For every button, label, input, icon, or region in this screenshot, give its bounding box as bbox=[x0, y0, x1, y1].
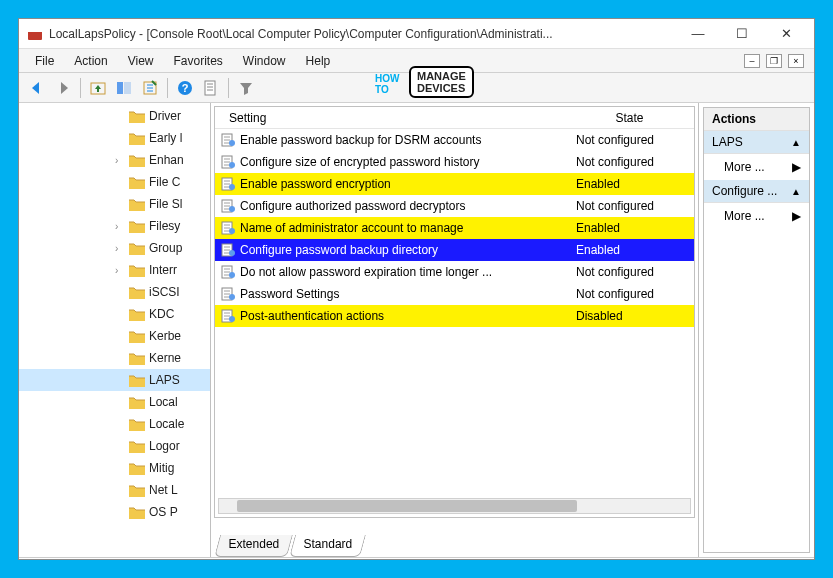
help-button[interactable]: ? bbox=[173, 76, 197, 100]
chevron-right-icon: ▶ bbox=[792, 160, 801, 174]
setting-row[interactable]: Do not allow password expiration time lo… bbox=[215, 261, 694, 283]
actions-more-2[interactable]: More ...▶ bbox=[704, 203, 809, 229]
filter-button[interactable] bbox=[234, 76, 258, 100]
tree-item-enhan[interactable]: ›Enhan bbox=[19, 149, 210, 171]
tree-item-osp[interactable]: OS P bbox=[19, 501, 210, 523]
chevron-right-icon[interactable]: › bbox=[115, 243, 125, 254]
menu-favorites[interactable]: Favorites bbox=[164, 51, 233, 71]
window-title: LocalLapsPolicy - [Console Root\Local Co… bbox=[49, 27, 553, 41]
tree-item-laps[interactable]: LAPS bbox=[19, 369, 210, 391]
setting-name: Configure password backup directory bbox=[240, 243, 438, 257]
chevron-right-icon[interactable]: › bbox=[115, 265, 125, 276]
tree-item-kerbe[interactable]: Kerbe bbox=[19, 325, 210, 347]
menu-help[interactable]: Help bbox=[296, 51, 341, 71]
horizontal-scrollbar[interactable] bbox=[218, 498, 691, 514]
actions-more-1[interactable]: More ...▶ bbox=[704, 154, 809, 180]
tree-item-filesl[interactable]: File Sl bbox=[19, 193, 210, 215]
setting-row[interactable]: Configure password backup directoryEnabl… bbox=[215, 239, 694, 261]
menu-window[interactable]: Window bbox=[233, 51, 296, 71]
tree-item-label: Interr bbox=[149, 263, 177, 277]
tree-item-mitig[interactable]: Mitig bbox=[19, 457, 210, 479]
tree-item-label: Filesy bbox=[149, 219, 180, 233]
scrollbar-thumb[interactable] bbox=[237, 500, 577, 512]
tree-item-label: File C bbox=[149, 175, 180, 189]
chevron-right-icon[interactable]: › bbox=[115, 221, 125, 232]
watermark-prefix: HOW TO bbox=[375, 73, 399, 95]
show-hide-button[interactable] bbox=[112, 76, 136, 100]
tree-item-kerne[interactable]: Kerne bbox=[19, 347, 210, 369]
setting-name: Configure size of encrypted password his… bbox=[240, 155, 479, 169]
tab-extended[interactable]: Extended bbox=[214, 535, 293, 557]
properties-button[interactable] bbox=[199, 76, 223, 100]
setting-row[interactable]: Configure size of encrypted password his… bbox=[215, 151, 694, 173]
tree-item-interr[interactable]: ›Interr bbox=[19, 259, 210, 281]
mdi-close-button[interactable]: × bbox=[788, 54, 804, 68]
actions-title: Actions bbox=[704, 108, 809, 131]
setting-state: Not configured bbox=[576, 265, 688, 279]
tree-item-iscsi[interactable]: iSCSI bbox=[19, 281, 210, 303]
setting-row[interactable]: Name of administrator account to manageE… bbox=[215, 217, 694, 239]
svg-point-16 bbox=[229, 206, 235, 212]
tree-item-label: Locale bbox=[149, 417, 184, 431]
setting-row[interactable]: Enable password encryptionEnabled bbox=[215, 173, 694, 195]
watermark-logo: MANAGE DEVICES bbox=[409, 66, 474, 98]
setting-row[interactable]: Post-authentication actionsDisabled bbox=[215, 305, 694, 327]
chevron-right-icon: ▶ bbox=[792, 209, 801, 223]
tree-item-driver[interactable]: Driver bbox=[19, 105, 210, 127]
column-headers[interactable]: Setting State bbox=[215, 107, 694, 129]
tree-item-label: OS P bbox=[149, 505, 178, 519]
tree-item-local[interactable]: Local bbox=[19, 391, 210, 413]
tree-item-kdc[interactable]: KDC bbox=[19, 303, 210, 325]
svg-point-18 bbox=[229, 228, 235, 234]
tree-item-label: Enhan bbox=[149, 153, 184, 167]
svg-text:?: ? bbox=[182, 82, 189, 94]
tree-item-label: iSCSI bbox=[149, 285, 180, 299]
menu-view[interactable]: View bbox=[118, 51, 164, 71]
tree-item-label: Kerne bbox=[149, 351, 181, 365]
minimize-button[interactable]: — bbox=[676, 19, 720, 48]
actions-pane: Actions LAPS▲ More ...▶ Configure ...▲ M… bbox=[699, 103, 814, 557]
tree-item-filesy[interactable]: ›Filesy bbox=[19, 215, 210, 237]
tree-item-label: Mitig bbox=[149, 461, 174, 475]
svg-point-20 bbox=[229, 250, 235, 256]
setting-state: Not configured bbox=[576, 155, 688, 169]
maximize-button[interactable]: ☐ bbox=[720, 19, 764, 48]
setting-row[interactable]: Enable password backup for DSRM accounts… bbox=[215, 129, 694, 151]
column-setting[interactable]: Setting bbox=[221, 111, 571, 125]
actions-section-configure[interactable]: Configure ...▲ bbox=[704, 180, 809, 203]
menu-action[interactable]: Action bbox=[64, 51, 117, 71]
actions-section-laps[interactable]: LAPS▲ bbox=[704, 131, 809, 154]
svg-point-24 bbox=[229, 294, 235, 300]
tree-item-earlyl[interactable]: Early l bbox=[19, 127, 210, 149]
forward-button[interactable] bbox=[51, 76, 75, 100]
up-button[interactable] bbox=[86, 76, 110, 100]
tree-item-label: Driver bbox=[149, 109, 181, 123]
chevron-right-icon[interactable]: › bbox=[115, 155, 125, 166]
tree-item-logor[interactable]: Logor bbox=[19, 435, 210, 457]
setting-row[interactable]: Configure authorized password decryptors… bbox=[215, 195, 694, 217]
setting-state: Enabled bbox=[576, 243, 688, 257]
mdi-minimize-button[interactable]: – bbox=[744, 54, 760, 68]
content-area: DriverEarly l›EnhanFile CFile Sl›Filesy›… bbox=[19, 103, 814, 558]
tree-pane[interactable]: DriverEarly l›EnhanFile CFile Sl›Filesy›… bbox=[19, 103, 211, 557]
svg-rect-4 bbox=[124, 82, 131, 94]
setting-state: Enabled bbox=[576, 221, 688, 235]
column-state[interactable]: State bbox=[571, 111, 688, 125]
tree-item-netl[interactable]: Net L bbox=[19, 479, 210, 501]
setting-name: Name of administrator account to manage bbox=[240, 221, 463, 235]
tab-standard[interactable]: Standard bbox=[289, 535, 366, 557]
setting-name: Configure authorized password decryptors bbox=[240, 199, 465, 213]
menu-file[interactable]: File bbox=[25, 51, 64, 71]
export-button[interactable] bbox=[138, 76, 162, 100]
tree-item-group[interactable]: ›Group bbox=[19, 237, 210, 259]
setting-name: Enable password encryption bbox=[240, 177, 391, 191]
tree-item-locale[interactable]: Locale bbox=[19, 413, 210, 435]
settings-list[interactable]: Setting State Enable password backup for… bbox=[214, 106, 695, 518]
close-button[interactable]: ✕ bbox=[764, 19, 808, 48]
tree-item-label: LAPS bbox=[149, 373, 180, 387]
mdi-restore-button[interactable]: ❐ bbox=[766, 54, 782, 68]
tree-item-filec[interactable]: File C bbox=[19, 171, 210, 193]
tree-item-label: File Sl bbox=[149, 197, 182, 211]
back-button[interactable] bbox=[25, 76, 49, 100]
setting-row[interactable]: Password SettingsNot configured bbox=[215, 283, 694, 305]
